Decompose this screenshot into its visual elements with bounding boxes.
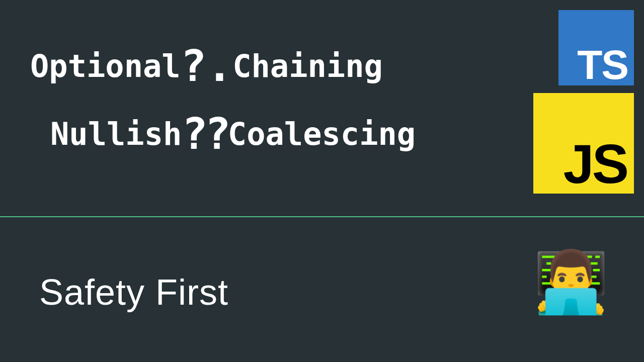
- javascript-logo-text: JS: [563, 136, 627, 192]
- headline-line-1: Optional?.Chaining: [30, 48, 383, 84]
- avatar-emoji-icon: 👨‍💻: [533, 251, 609, 312]
- typescript-logo: TS: [558, 10, 634, 85]
- javascript-logo: JS: [533, 93, 634, 194]
- line1-word2: Chaining: [232, 48, 383, 84]
- typescript-logo-text: TS: [577, 44, 628, 85]
- line2-word1: Nullish: [50, 116, 182, 152]
- optional-chaining-operator: ?.: [181, 41, 233, 91]
- line1-word1: Optional: [30, 48, 181, 84]
- subtitle-text: Safety First: [39, 272, 228, 313]
- nullish-coalescing-operator: ??: [182, 109, 228, 159]
- line2-word2: Coalescing: [228, 116, 416, 152]
- horizontal-divider: [0, 216, 644, 217]
- headline-line-2: Nullish??Coalescing: [50, 116, 416, 152]
